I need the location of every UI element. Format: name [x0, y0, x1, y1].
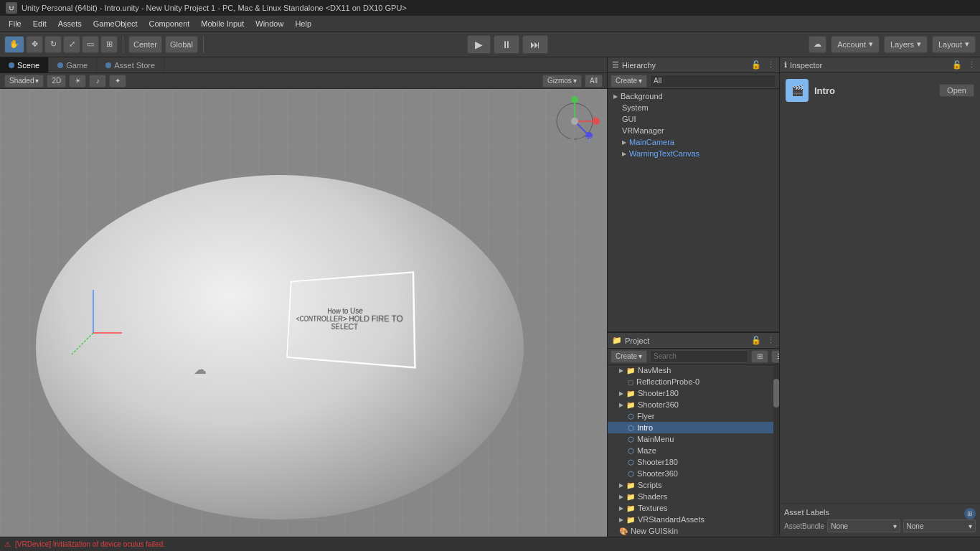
p-item-label: Textures: [638, 504, 668, 512]
rotate-tool-btn[interactable]: ↻: [44, 36, 62, 53]
menu-window[interactable]: Window: [250, 18, 289, 29]
play-controls: ▶ ⏸ ⏭: [209, 35, 806, 54]
p-item-navmesh[interactable]: ▶ 📁 NavMesh: [608, 364, 773, 376]
inspector-header: ℹ Inspector 🔓 ⋮: [780, 57, 980, 73]
tab-scene[interactable]: Scene: [0, 57, 49, 72]
asset-icon: 🎬: [786, 79, 809, 102]
shading-dropdown[interactable]: Shaded ▾: [4, 75, 44, 88]
shaders-triangle-icon: ▶: [619, 494, 623, 500]
h-item-system[interactable]: System: [608, 102, 779, 113]
p-item-reflectionprobe[interactable]: ◻ ReflectionProbe-0: [608, 376, 773, 387]
transform-tool-btn[interactable]: ⊞: [100, 36, 118, 53]
scene-tab-dot: [9, 62, 14, 68]
project-icon: 📁: [612, 336, 622, 345]
hierarchy-panel: ☰ Hierarchy 🔓 ⋮ Create ▾ ▶ Background Sy…: [608, 57, 779, 333]
p-item-shooter180-folder[interactable]: ▶ 📁 Shooter180: [608, 387, 773, 399]
audio-btn[interactable]: ♪: [89, 75, 106, 88]
p-item-shooter360[interactable]: ⬡ Shooter360: [608, 468, 773, 479]
h-item-label: Background: [621, 92, 663, 100]
scripts-folder-icon: 📁: [626, 481, 635, 489]
hierarchy-settings-icon[interactable]: ⋮: [767, 60, 775, 70]
h-item-vrmanager[interactable]: VRManager: [608, 125, 779, 136]
p-item-mainmenu[interactable]: ⬡ MainMenu: [608, 433, 773, 445]
asset-labels-btn[interactable]: ⊞: [964, 508, 976, 519]
effects-btn[interactable]: ✦: [109, 75, 126, 88]
p-item-label: New GUISkin: [631, 527, 678, 535]
scene-search[interactable]: All: [585, 75, 603, 88]
p-item-scripts[interactable]: ▶ 📁 Scripts: [608, 479, 773, 491]
center-btn[interactable]: Center: [128, 36, 162, 53]
s360-folder-icon: 📁: [626, 401, 635, 409]
inspector-settings-icon[interactable]: ⋮: [968, 60, 976, 70]
rp-icon: ◻: [628, 378, 633, 386]
step-btn[interactable]: ⏭: [522, 35, 548, 54]
hierarchy-toolbar: Create ▾: [608, 73, 779, 89]
project-settings-icon[interactable]: ⋮: [767, 336, 775, 345]
status-error-icon: ⚠: [4, 540, 11, 548]
scale-tool-btn[interactable]: ⤢: [63, 36, 80, 53]
tab-game[interactable]: Game: [49, 57, 97, 72]
layout-dropdown[interactable]: Layout ▾: [932, 36, 976, 53]
menu-assets[interactable]: Assets: [52, 18, 88, 29]
rect-tool-btn[interactable]: ▭: [82, 36, 99, 53]
hand-tool-btn[interactable]: ✋: [4, 36, 24, 53]
asset-bundle-dropdown1[interactable]: None ▾: [827, 519, 900, 532]
maze-scene-icon: ⬡: [628, 447, 634, 455]
project-scrollbar-thumb[interactable]: [773, 379, 779, 408]
p-item-vrstandard[interactable]: ▶ 📁 VRStandardAssets: [608, 514, 773, 525]
inspector-title: Inspector: [790, 61, 822, 70]
inspector-open-btn[interactable]: Open: [939, 84, 974, 97]
tab-asset-store[interactable]: Asset Store: [97, 57, 164, 72]
project-lock-icon[interactable]: 🔓: [751, 336, 761, 345]
asset-bundle-dropdown2[interactable]: None ▾: [903, 519, 976, 532]
lights-btn[interactable]: ☀: [69, 75, 86, 88]
p-item-intro[interactable]: ⬡ Intro: [608, 422, 773, 433]
cloud-btn[interactable]: ☁: [809, 36, 826, 53]
warning-triangle-icon: ▶: [622, 151, 626, 157]
hierarchy-search[interactable]: [650, 75, 776, 88]
pause-btn[interactable]: ⏸: [494, 35, 519, 54]
project-search[interactable]: [650, 350, 748, 363]
h-item-warningtextcanvas[interactable]: ▶ WarningTextCanvas: [608, 148, 779, 159]
layers-dropdown[interactable]: Layers ▾: [884, 36, 928, 53]
svg-point-13: [571, 118, 578, 125]
menu-component[interactable]: Component: [143, 18, 195, 29]
menu-edit[interactable]: Edit: [27, 18, 52, 29]
p-item-label: VRStandardAssets: [638, 515, 705, 524]
inspector-panel: ℹ Inspector 🔓 ⋮ 🎬 Intro Open Asset Label…: [779, 57, 980, 537]
gizmo-widget: X Y Z ◄ Persp: [550, 96, 600, 146]
move-tool-btn[interactable]: ✥: [26, 36, 43, 53]
project-view-btn[interactable]: ⊞: [751, 350, 768, 363]
account-dropdown[interactable]: Account ▾: [831, 36, 880, 53]
p-item-textures[interactable]: ▶ 📁 Textures: [608, 502, 773, 514]
project-scrollbar[interactable]: [773, 364, 779, 537]
menu-help[interactable]: Help: [289, 18, 317, 29]
2d-btn[interactable]: 2D: [47, 75, 66, 88]
hierarchy-create-btn[interactable]: Create ▾: [611, 75, 647, 88]
menu-mobile-input[interactable]: Mobile Input: [195, 18, 250, 29]
flyer-scene-icon: ⬡: [628, 413, 634, 420]
svg-line-2: [72, 333, 93, 354]
project-create-btn[interactable]: Create ▾: [611, 350, 647, 363]
h-item-gui[interactable]: GUI: [608, 113, 779, 125]
h-item-maincamera[interactable]: ▶ MainCamera: [608, 136, 779, 148]
toolbar: ✋ ✥ ↻ ⤢ ▭ ⊞ Center Global ▶ ⏸ ⏭ ☁ Accoun…: [0, 32, 980, 57]
p-item-shooter180[interactable]: ⬡ Shooter180: [608, 456, 773, 468]
shading-chevron: ▾: [35, 77, 39, 85]
inspector-lock-icon[interactable]: 🔓: [952, 60, 962, 70]
p-item-guiskin[interactable]: 🎨 New GUISkin: [608, 525, 773, 537]
gizmos-dropdown[interactable]: Gizmos ▾: [542, 75, 582, 88]
p-item-flyer[interactable]: ⬡ Flyer: [608, 410, 773, 422]
persp-label: ◄ Persp: [568, 135, 596, 143]
scene-view[interactable]: How to Use <CONTROLLER> HOLD FIRE TO SEL…: [0, 89, 607, 537]
menu-gameobject[interactable]: GameObject: [88, 18, 143, 29]
p-item-label: MainMenu: [637, 435, 674, 443]
play-btn[interactable]: ▶: [467, 35, 491, 54]
menu-file[interactable]: File: [3, 18, 27, 29]
p-item-maze[interactable]: ⬡ Maze: [608, 445, 773, 456]
p-item-shooter360-folder[interactable]: ▶ 📁 Shooter360: [608, 399, 773, 410]
global-btn[interactable]: Global: [165, 36, 198, 53]
hierarchy-lock-icon[interactable]: 🔓: [751, 60, 761, 70]
h-item-background[interactable]: ▶ Background: [608, 90, 779, 102]
p-item-shaders[interactable]: ▶ 📁 Shaders: [608, 491, 773, 502]
